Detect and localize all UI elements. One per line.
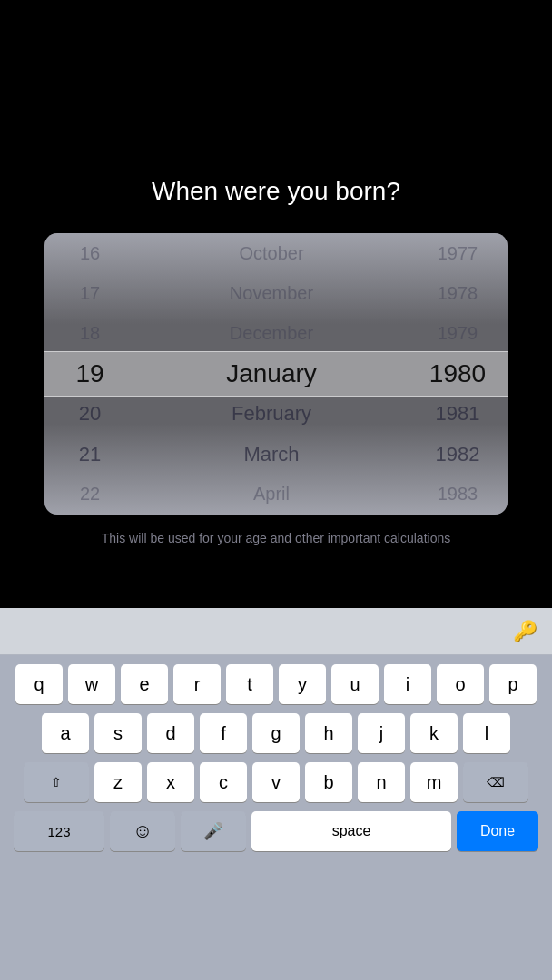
picker-year-item[interactable]: 1978: [408, 273, 508, 313]
key-row-3: ⇧ z x c v b n m ⌫: [3, 762, 549, 802]
key-z[interactable]: z: [94, 762, 142, 802]
keyboard-toolbar: 🔑: [0, 608, 552, 655]
key-i[interactable]: i: [384, 664, 431, 704]
key-row-2: a s d f g h j k l: [3, 713, 549, 753]
key-f[interactable]: f: [200, 713, 247, 753]
picker-year-item[interactable]: 1983: [408, 475, 508, 514]
picker-month-item[interactable]: November: [135, 273, 408, 313]
key-w[interactable]: w: [68, 664, 115, 704]
keyboard-area: 🔑 q w e r t y u i o p a s d f g h j k l: [0, 608, 552, 980]
picker-month-item[interactable]: March: [135, 434, 408, 474]
key-x[interactable]: x: [147, 762, 194, 802]
picker-year-item[interactable]: 1979: [408, 314, 508, 354]
key-d[interactable]: d: [147, 713, 194, 753]
key-p[interactable]: p: [489, 664, 537, 704]
date-picker[interactable]: 16 17 18 19 20 21 22 October November De…: [44, 233, 508, 514]
backspace-key[interactable]: ⌫: [463, 762, 528, 802]
key-q[interactable]: q: [15, 664, 63, 704]
picker-day-item[interactable]: 21: [44, 434, 135, 474]
picker-columns: 16 17 18 19 20 21 22 October November De…: [44, 233, 508, 514]
picker-year-item[interactable]: 1982: [408, 434, 508, 474]
picker-year-column[interactable]: 1977 1978 1979 1980 1981 1982 1983: [408, 233, 508, 514]
key-h[interactable]: h: [305, 713, 352, 753]
key-a[interactable]: a: [42, 713, 89, 753]
key-m[interactable]: m: [410, 762, 458, 802]
key-t[interactable]: t: [226, 664, 273, 704]
picker-month-item[interactable]: December: [135, 314, 408, 354]
key-k[interactable]: k: [410, 713, 458, 753]
key-s[interactable]: s: [94, 713, 142, 753]
picker-month-column[interactable]: October November December January Februa…: [135, 233, 408, 514]
picker-day-item[interactable]: 16: [44, 233, 135, 273]
key-b[interactable]: b: [305, 762, 352, 802]
mic-key[interactable]: 🎤: [181, 811, 246, 851]
key-e[interactable]: e: [121, 664, 168, 704]
picker-year-selected[interactable]: 1980: [408, 354, 508, 394]
picker-day-column[interactable]: 16 17 18 19 20 21 22: [44, 233, 135, 514]
picker-day-selected[interactable]: 19: [44, 354, 135, 394]
key-g[interactable]: g: [252, 713, 300, 753]
key-r[interactable]: r: [173, 664, 221, 704]
picker-month-item[interactable]: April: [135, 475, 408, 514]
key-v[interactable]: v: [252, 762, 300, 802]
picker-month-item[interactable]: February: [135, 394, 408, 434]
key-l[interactable]: l: [463, 713, 510, 753]
key-n[interactable]: n: [358, 762, 405, 802]
picker-year-item[interactable]: 1977: [408, 233, 508, 273]
numbers-key[interactable]: 123: [14, 811, 104, 851]
shift-key[interactable]: ⇧: [24, 762, 89, 802]
page-title: When were you born?: [152, 177, 400, 206]
key-u[interactable]: u: [331, 664, 379, 704]
picker-day-item[interactable]: 22: [44, 475, 135, 514]
key-icon: 🔑: [513, 620, 537, 643]
picker-month-item[interactable]: October: [135, 233, 408, 273]
emoji-key[interactable]: ☺: [110, 811, 175, 851]
key-o[interactable]: o: [437, 664, 484, 704]
key-c[interactable]: c: [200, 762, 247, 802]
key-y[interactable]: y: [279, 664, 326, 704]
subtitle-text: This will be used for your age and other…: [65, 531, 487, 545]
key-row-4: 123 ☺ 🎤 space Done: [3, 811, 549, 851]
space-key[interactable]: space: [251, 811, 451, 851]
picker-day-item[interactable]: 17: [44, 273, 135, 313]
key-row-1: q w e r t y u i o p: [3, 664, 549, 704]
top-section: When were you born? 16 17 18 19 20 21 22…: [0, 0, 552, 608]
picker-day-item[interactable]: 20: [44, 394, 135, 434]
done-key[interactable]: Done: [457, 811, 538, 851]
picker-month-selected[interactable]: January: [135, 354, 408, 394]
picker-day-item[interactable]: 18: [44, 314, 135, 354]
picker-year-item[interactable]: 1981: [408, 394, 508, 434]
keyboard-rows: q w e r t y u i o p a s d f g h j k l ⇧ …: [0, 655, 552, 851]
key-j[interactable]: j: [358, 713, 405, 753]
